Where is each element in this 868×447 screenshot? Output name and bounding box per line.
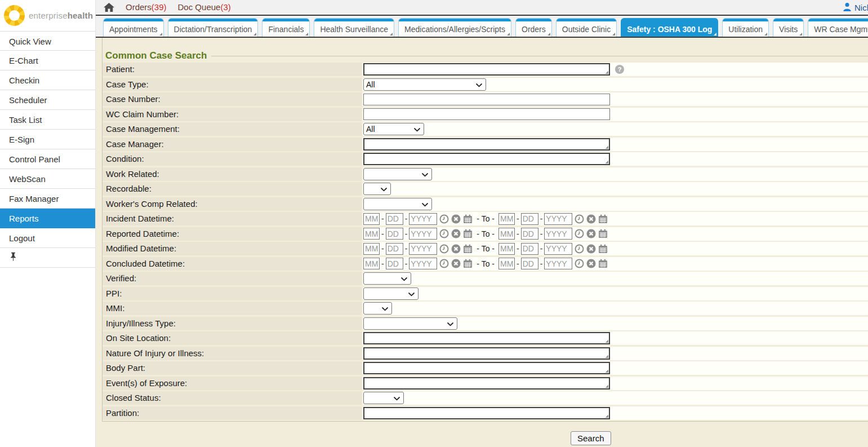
concluded-datetime-to-year-input[interactable] [544,258,572,269]
workers-comp-related-select[interactable] [363,198,432,210]
reported-datetime-to-month-input[interactable] [498,228,515,240]
sidebar-pin-row[interactable] [0,248,95,268]
sidebar-item-scheduler[interactable]: Scheduler [0,90,95,110]
clear-icon[interactable] [586,214,596,224]
tab-health-surveillance[interactable]: Health Surveillance [314,18,394,37]
reported-datetime-to-year-input[interactable] [544,228,572,240]
calendar-icon[interactable] [463,214,473,224]
tab-wr-case-mgmt[interactable]: WR Case Mgmt [808,18,868,37]
reported-datetime-from-month-input[interactable] [363,228,380,240]
wc-claim-number-input[interactable] [363,108,610,120]
help-icon[interactable]: ? [615,65,624,74]
clock-icon[interactable] [575,259,584,268]
concluded-datetime-from-month-input[interactable] [363,258,380,269]
clock-icon[interactable] [575,244,584,254]
clear-icon[interactable] [451,229,461,238]
tab-outside-clinic[interactable]: Outside Clinic [556,18,617,37]
sidebar-item-logout[interactable]: Logout [0,228,95,248]
reported-datetime-from-day-input[interactable] [386,228,403,240]
incident-datetime-to-month-input[interactable] [498,213,515,225]
sidebar-item-task-list[interactable]: Task List [0,110,95,130]
search-button[interactable]: Search [571,431,611,445]
clock-icon[interactable] [575,214,584,224]
tab-label: Safety : OSHA 300 Log [627,25,712,34]
work-related-select[interactable] [363,168,432,180]
clear-icon[interactable] [586,259,596,268]
case-number-input[interactable] [363,94,610,105]
clear-icon[interactable] [451,214,461,224]
modified-datetime-to-day-input[interactable] [521,243,538,255]
calendar-icon[interactable] [598,229,608,238]
partition-input[interactable] [363,407,610,419]
sidebar-item-fax-manager[interactable]: Fax Manager [0,189,95,209]
concluded-datetime-from-year-input[interactable] [409,258,437,269]
incident-datetime-to-day-input[interactable] [521,213,538,225]
topbar-link-orders[interactable]: Orders(39) [126,2,167,12]
on-site-location-input[interactable] [363,332,610,344]
tab-safety-osha-300-log[interactable]: Safety : OSHA 300 Log [621,18,718,37]
clock-icon[interactable] [439,244,449,254]
incident-datetime-from-year-input[interactable] [409,213,437,225]
mmi-select[interactable] [363,302,392,315]
reported-datetime-from-year-input[interactable] [409,228,437,240]
nature-of-injury-input[interactable] [363,347,610,360]
clear-icon[interactable] [451,259,461,268]
tab-visits[interactable]: Visits [773,18,804,37]
patient-input[interactable] [363,63,610,76]
user-menu[interactable]: Nich [843,2,868,13]
sidebar-item-quick-view[interactable]: Quick View [0,31,95,51]
injury-illness-type-select[interactable] [363,317,457,330]
incident-datetime-to-year-input[interactable] [544,213,572,225]
calendar-icon[interactable] [598,214,608,224]
sidebar-item-e-sign[interactable]: E-Sign [0,130,95,149]
calendar-icon[interactable] [598,259,608,268]
case-management-select[interactable]: All [363,123,424,135]
clear-icon[interactable] [451,244,461,254]
tab-appointments[interactable]: Appointments [103,18,164,37]
topbar-link-doc-queue[interactable]: Doc Queue(3) [178,2,231,12]
condition-input[interactable] [363,153,610,165]
date-dash: - [381,229,384,238]
tab-orders[interactable]: Orders [515,18,552,37]
sidebar-item-reports[interactable]: Reports [0,209,95,228]
clock-icon[interactable] [439,214,449,224]
calendar-icon[interactable] [598,244,608,254]
sidebar-item-control-panel[interactable]: Control Panel [0,149,95,169]
tab-utilization[interactable]: Utilization [722,18,769,37]
concluded-datetime-from-day-input[interactable] [386,258,403,269]
incident-datetime-from-month-input[interactable] [363,213,380,225]
events-of-exposure-input[interactable] [363,377,610,390]
sidebar-item-e-chart[interactable]: E-Chart [0,51,95,70]
tab-medications-allergies-scripts[interactable]: Medications/Allergies/Scripts [398,18,511,37]
home-icon[interactable] [104,3,114,12]
reported-datetime-to-day-input[interactable] [521,228,538,240]
incident-datetime-from-day-input[interactable] [386,213,403,225]
tab-financials[interactable]: Financials [262,18,310,37]
tab-dictation-transcription[interactable]: Dictation/Transcription [168,18,259,37]
recordable-select[interactable] [363,183,391,195]
modified-datetime-from-month-input[interactable] [363,243,380,255]
clock-icon[interactable] [575,229,584,238]
calendar-icon-glyph [598,229,608,238]
body-part-input[interactable] [363,362,610,374]
closed-status-select[interactable] [363,392,404,404]
concluded-datetime-to-month-input[interactable] [498,258,515,269]
case-manager-input[interactable] [363,138,610,151]
modified-datetime-to-year-input[interactable] [544,243,572,255]
case-type-select[interactable]: All [363,78,486,91]
modified-datetime-from-day-input[interactable] [386,243,403,255]
calendar-icon[interactable] [463,259,473,268]
calendar-icon[interactable] [463,244,473,254]
clear-icon[interactable] [586,244,596,254]
clear-icon[interactable] [586,229,596,238]
modified-datetime-to-month-input[interactable] [498,243,515,255]
clock-icon[interactable] [439,259,449,268]
sidebar-item-checkin[interactable]: Checkin [0,70,95,90]
verified-select[interactable] [363,272,411,285]
concluded-datetime-to-day-input[interactable] [521,258,538,269]
sidebar-item-webscan[interactable]: WebScan [0,169,95,189]
ppi-select[interactable] [363,287,419,300]
clock-icon[interactable] [439,229,449,238]
modified-datetime-from-year-input[interactable] [409,243,437,255]
calendar-icon[interactable] [463,229,473,238]
